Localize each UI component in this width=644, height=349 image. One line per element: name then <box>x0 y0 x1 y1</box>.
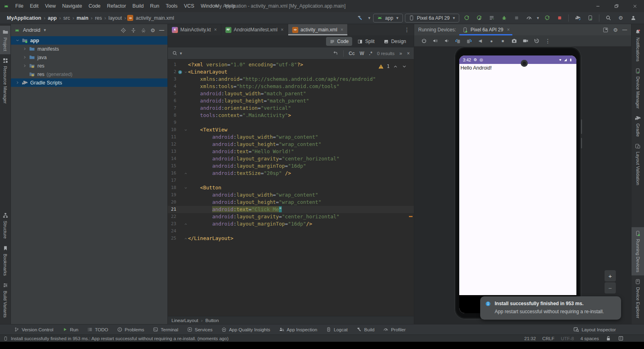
close-device-tab-icon[interactable]: × <box>506 27 510 33</box>
locate-file-button[interactable] <box>120 27 126 33</box>
float-window-icon[interactable] <box>603 27 609 33</box>
fold-close-icon[interactable] <box>184 235 188 242</box>
close-find-icon[interactable]: × <box>407 51 410 56</box>
code-line-12[interactable]: 12 android:layout_height="wrap_content" <box>168 141 414 148</box>
mode-code-button[interactable]: Code <box>326 37 353 46</box>
search-history-chevron-icon[interactable]: ▼ <box>179 51 183 55</box>
tool-window-profiler[interactable]: Profiler <box>379 324 410 335</box>
match-case-toggle[interactable]: Cc <box>349 51 355 56</box>
code-line-6[interactable]: 6 android:layout_height="match_parent" <box>168 97 414 105</box>
tool-window-layout-inspector[interactable]: Layout Inspector <box>569 324 644 335</box>
fold-open-icon[interactable] <box>184 126 188 133</box>
rotate-right-button[interactable] <box>463 36 475 46</box>
menu-build[interactable]: Build <box>129 0 147 12</box>
code-line-14[interactable]: 14 android:layout_gravity="center_horizo… <box>168 155 414 162</box>
tool-window-build[interactable]: Build <box>352 324 379 335</box>
stop-button[interactable] <box>554 13 565 23</box>
code-line-15[interactable]: 15 android:layout_marginTop="16dp" <box>168 162 414 170</box>
tree-item-res[interactable]: res <box>11 62 167 70</box>
menu-vcs[interactable]: VCS <box>181 0 198 12</box>
device-panel-settings-icon[interactable]: ⚙ <box>613 27 618 33</box>
close-tab-icon[interactable]: × <box>280 27 284 33</box>
tool-stripe-bookmarks[interactable]: Bookmarks <box>0 242 10 279</box>
regex-toggle[interactable]: .* <box>369 51 372 56</box>
fold-open-icon[interactable] <box>184 184 188 191</box>
code-line-18[interactable]: 18 <Button <box>168 184 414 191</box>
tree-item-gradle-scripts[interactable]: Gradle Scripts <box>11 78 167 87</box>
chevron-right-icon[interactable] <box>14 80 21 85</box>
device-tab[interactable]: Pixel 6a API 29 × <box>458 24 513 35</box>
editor-breadcrumb-button[interactable]: Button <box>205 318 219 323</box>
zoom-in-button[interactable]: + <box>605 270 616 281</box>
code-line-8[interactable]: 8 tools:context=".MainActivity"> <box>168 112 414 119</box>
rerun-button[interactable] <box>542 13 552 23</box>
tool-stripe-layout-validation[interactable]: Layout Validation <box>632 140 644 189</box>
settings-button[interactable]: ⚙ <box>615 13 626 23</box>
restore-button[interactable] <box>607 0 625 12</box>
tool-window-todo[interactable]: TODO <box>83 324 113 335</box>
profile-avatar-button[interactable] <box>628 13 638 23</box>
run-button[interactable] <box>461 13 472 23</box>
tool-stripe-project[interactable]: Project <box>0 26 10 54</box>
fold-close-icon[interactable] <box>184 170 188 177</box>
debug-button[interactable] <box>499 13 509 23</box>
rotate-left-button[interactable] <box>452 36 463 46</box>
build-hammer-button[interactable] <box>355 13 365 23</box>
chevron-right-icon[interactable] <box>21 64 28 68</box>
chevron-down-icon[interactable]: ▼ <box>367 16 371 20</box>
hide-panel-button[interactable]: — <box>159 27 165 33</box>
breadcrumb-app[interactable]: app <box>47 15 58 21</box>
screen-record-button[interactable] <box>520 36 531 46</box>
indent-setting[interactable]: 4 spaces <box>580 336 599 341</box>
menu-view[interactable]: View <box>42 0 59 12</box>
code-line-3[interactable]: 3 xmlns:android="http://schemas.android.… <box>168 76 414 83</box>
menu-file[interactable]: File <box>12 0 27 12</box>
code-line-10[interactable]: 10 <TextView <box>168 126 414 133</box>
project-view-select[interactable]: Android <box>23 27 40 33</box>
device-manager-button[interactable] <box>585 13 595 23</box>
tool-stripe-running-devices[interactable]: Running Devices <box>632 227 644 275</box>
breadcrumb-layout[interactable]: layout <box>107 15 123 21</box>
code-line-23[interactable]: 23 android:layout_marginTop="16dp"/> <box>168 220 414 228</box>
mode-design-button[interactable]: Design <box>380 37 410 46</box>
chevron-down-icon[interactable]: ▼ <box>536 16 540 20</box>
tool-window-problems[interactable]: Problems <box>113 324 149 335</box>
menu-code[interactable]: Code <box>85 0 104 12</box>
code-line-25[interactable]: 25</LinearLayout> <box>168 235 414 242</box>
run-list-icon[interactable] <box>486 13 497 23</box>
code-line-19[interactable]: 19 android:layout_width="wrap_content" <box>168 191 414 199</box>
expand-all-button[interactable] <box>130 27 136 33</box>
expand-find-icon[interactable]: » <box>399 51 402 56</box>
line-ending[interactable]: CRLF <box>542 336 554 341</box>
device-screen[interactable]: 3:42 ⚙ ◎ Hello Android! <box>459 55 576 313</box>
chevron-right-icon[interactable] <box>21 55 28 60</box>
fold-open-icon[interactable] <box>184 68 188 76</box>
code-line-16[interactable]: 16 android:textSize="20sp" /> <box>168 170 414 177</box>
volume-down-button[interactable] <box>441 36 452 46</box>
code-line-5[interactable]: 5 android:layout_width="match_parent" <box>168 90 414 97</box>
home-button[interactable]: ● <box>486 36 497 46</box>
tree-item-java[interactable]: java <box>11 53 167 62</box>
hide-device-panel-icon[interactable]: — <box>622 27 627 33</box>
tool-window-run[interactable]: Run <box>58 324 83 335</box>
breadcrumb-myapplication[interactable]: MyApplication <box>6 15 42 21</box>
chevron-right-icon[interactable] <box>21 47 28 51</box>
editor-tab-androidmanifest-xml[interactable]: MFAndroidManifest.xml× <box>221 24 288 35</box>
words-toggle[interactable]: W <box>359 51 364 56</box>
menu-navigate[interactable]: Navigate <box>59 0 85 12</box>
code-line-20[interactable]: 20 android:layout_height="wrap_content" <box>168 199 414 206</box>
code-line-1[interactable]: 1<?xml version="1.0" encoding="utf-8"?> <box>168 61 414 68</box>
device-reset-button[interactable] <box>531 36 542 46</box>
tool-stripe-resource-manager[interactable]: Resource Manager <box>0 54 10 107</box>
code-line-11[interactable]: 11 android:layout_width="wrap_content" <box>168 133 414 141</box>
panel-options-button[interactable]: ⚙ <box>151 28 155 33</box>
code-line-7[interactable]: 7 android:orientation="vertical" <box>168 105 414 112</box>
tool-window-terminal[interactable]: Terminal <box>149 324 182 335</box>
tab-options-kebab-icon[interactable]: ⋮ <box>400 24 414 35</box>
code-line-17[interactable]: 17 <box>168 177 414 184</box>
code-line-21[interactable]: 21 android:text="Click Me" <box>168 206 414 213</box>
code-line-22[interactable]: 22 android:layout_gravity="center_horizo… <box>168 213 414 220</box>
code-line-4[interactable]: 4 xmlns:tools="http://schemas.android.co… <box>168 83 414 90</box>
tool-window-logcat[interactable]: Logcat <box>322 324 352 335</box>
menu-refactor[interactable]: Refactor <box>104 0 129 12</box>
